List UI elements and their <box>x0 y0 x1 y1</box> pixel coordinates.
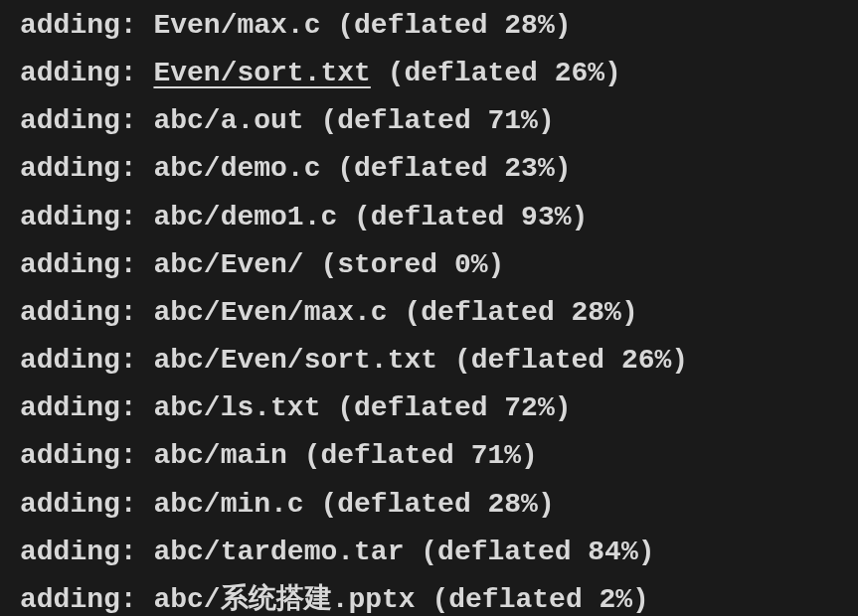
line-path: abc/tardemo.tar <box>153 537 404 567</box>
line-prefix: adding: <box>20 584 153 615</box>
terminal-line: adding: abc/demo1.c (deflated 93%) <box>20 194 838 241</box>
terminal-line: adding: abc/min.c (deflated 28%) <box>20 481 838 529</box>
line-path: Even/sort.txt <box>153 58 370 88</box>
line-prefix: adding: <box>20 153 153 184</box>
line-prefix: adding: <box>20 10 153 41</box>
line-suffix: (deflated 28%) <box>320 10 571 41</box>
terminal-line: adding: abc/Even/ (stored 0%) <box>20 241 838 289</box>
line-suffix: (deflated 28%) <box>304 489 555 520</box>
line-suffix: (deflated 26%) <box>437 345 688 376</box>
terminal-line: adding: abc/Even/max.c (deflated 28%) <box>20 289 838 337</box>
line-prefix: adding: <box>20 105 153 136</box>
terminal-line: adding: abc/系统搭建.pptx (deflated 2%) <box>20 576 838 616</box>
terminal-line: adding: abc/a.out (deflated 71%) <box>20 97 838 145</box>
line-path: abc/Even/sort.txt <box>153 345 437 376</box>
terminal-output: adding: Even/max.c (deflated 28%)adding:… <box>20 2 838 616</box>
terminal-line: adding: abc/ls.txt (deflated 72%) <box>20 385 838 432</box>
line-suffix: (deflated 2%) <box>416 584 649 615</box>
line-suffix: (deflated 28%) <box>388 297 638 328</box>
line-prefix: adding: <box>20 345 153 376</box>
line-path: abc/min.c <box>153 489 303 520</box>
line-path: abc/main <box>153 440 286 471</box>
line-prefix: adding: <box>20 489 153 520</box>
line-path: abc/ls.txt <box>153 392 320 423</box>
line-suffix: (deflated 26%) <box>371 58 621 88</box>
terminal-line: adding: abc/tardemo.tar (deflated 84%) <box>20 529 838 576</box>
line-suffix: (stored 0%) <box>304 249 505 280</box>
line-path: abc/demo1.c <box>153 202 337 232</box>
line-suffix: (deflated 72%) <box>320 392 571 423</box>
line-suffix: (deflated 71%) <box>287 440 538 471</box>
line-prefix: adding: <box>20 440 153 471</box>
terminal-line: adding: Even/sort.txt (deflated 26%) <box>20 50 838 97</box>
line-path: abc/系统搭建.pptx <box>153 584 415 615</box>
line-prefix: adding: <box>20 392 153 423</box>
line-suffix: (deflated 23%) <box>320 153 571 184</box>
line-prefix: adding: <box>20 297 153 328</box>
line-suffix: (deflated 84%) <box>404 537 654 567</box>
line-prefix: adding: <box>20 202 153 232</box>
terminal-line: adding: abc/main (deflated 71%) <box>20 432 838 480</box>
line-path: abc/demo.c <box>153 153 320 184</box>
line-path: abc/a.out <box>153 105 303 136</box>
terminal-line: adding: abc/Even/sort.txt (deflated 26%) <box>20 337 838 385</box>
terminal-line: adding: abc/demo.c (deflated 23%) <box>20 145 838 193</box>
line-suffix: (deflated 93%) <box>337 202 588 232</box>
line-prefix: adding: <box>20 537 153 567</box>
line-prefix: adding: <box>20 249 153 280</box>
line-path: Even/max.c <box>153 10 320 41</box>
line-path: abc/Even/max.c <box>153 297 387 328</box>
line-prefix: adding: <box>20 58 153 88</box>
line-suffix: (deflated 71%) <box>304 105 555 136</box>
terminal-line: adding: Even/max.c (deflated 28%) <box>20 2 838 50</box>
line-path: abc/Even/ <box>153 249 303 280</box>
